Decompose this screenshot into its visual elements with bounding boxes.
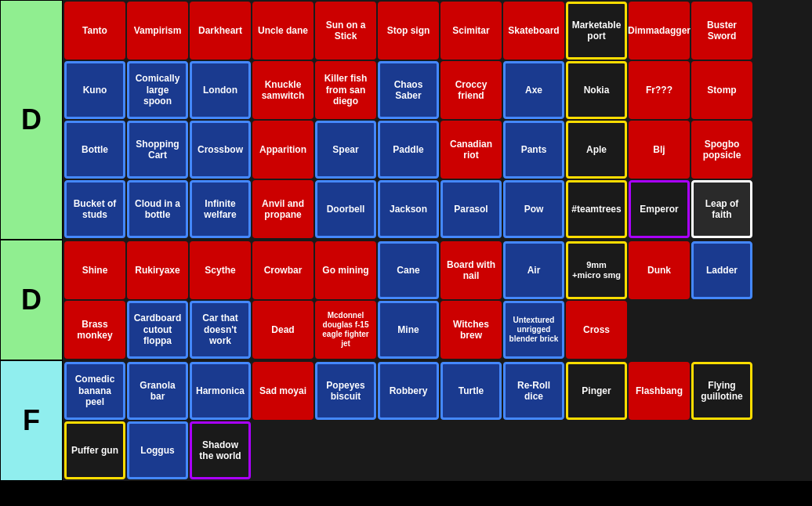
item-emperor[interactable]: Emperor xyxy=(629,180,690,238)
item-shine[interactable]: Shine xyxy=(64,241,125,299)
item-scimitar[interactable]: Scimitar xyxy=(440,2,502,60)
item-board-with-nail[interactable]: Board with nail xyxy=(440,241,502,299)
item-marketable-port[interactable]: Marketable port xyxy=(566,2,627,60)
item-pinger[interactable]: Pinger xyxy=(566,362,627,420)
tier-c-row: D Tanto Vampirism Darkheart Uncle dane S… xyxy=(0,0,812,240)
item-chaos-saber[interactable]: Chaos Saber xyxy=(378,61,439,119)
item-bucket-of-studs[interactable]: Bucket of studs xyxy=(64,180,125,238)
item-loggus[interactable]: Loggus xyxy=(127,421,188,479)
item-leap-of-faith[interactable]: Leap of faith xyxy=(691,180,752,238)
item-axe[interactable]: Axe xyxy=(503,61,564,119)
item-reroll-dice[interactable]: Re-Roll dice xyxy=(503,362,564,420)
item-doorbell[interactable]: Doorbell xyxy=(315,180,376,238)
item-pants[interactable]: Pants xyxy=(503,121,564,179)
item-fr[interactable]: Fr??? xyxy=(629,61,690,119)
item-canadian-riot[interactable]: Canadian riot xyxy=(440,121,502,179)
item-crossbow[interactable]: Crossbow xyxy=(190,121,251,179)
tier-c-label: D xyxy=(0,0,63,240)
tier-f-label: F xyxy=(0,360,63,481)
item-kuno[interactable]: Kuno xyxy=(64,61,125,119)
item-sad-moyai[interactable]: Sad moyai xyxy=(252,362,314,420)
item-crowbar[interactable]: Crowbar xyxy=(252,241,314,299)
item-spogbo-popsicle[interactable]: Spogbo popsicle xyxy=(691,121,752,179)
item-knuckle-samwitch[interactable]: Knuckle samwitch xyxy=(252,61,314,119)
item-jackson[interactable]: Jackson xyxy=(378,180,439,238)
item-london[interactable]: London xyxy=(190,61,251,119)
item-robbery[interactable]: Robbery xyxy=(378,362,439,420)
item-pow[interactable]: Pow xyxy=(503,180,564,238)
item-teamtrees[interactable]: #teamtrees xyxy=(566,180,627,238)
item-dimmadagger[interactable]: Dimmadagger xyxy=(629,2,690,60)
item-bottle[interactable]: Bottle xyxy=(64,121,125,179)
item-sun-on-a-stick[interactable]: Sun on a Stick xyxy=(315,2,376,60)
item-aple[interactable]: Aple xyxy=(566,121,627,179)
item-flying-guillotine[interactable]: Flying guillotine xyxy=(691,362,752,420)
c-row-4: Bucket of studs Cloud in a bottle Infini… xyxy=(64,180,810,238)
item-air[interactable]: Air xyxy=(503,241,564,299)
item-harmonica[interactable]: Harmonica xyxy=(190,362,251,420)
item-car-that-doesnt-work[interactable]: Car that doesn't work xyxy=(190,301,251,359)
item-witches-brew[interactable]: Witches brew xyxy=(440,301,502,359)
item-anvil-and-propane[interactable]: Anvil and propane xyxy=(252,180,314,238)
item-uncle-dane[interactable]: Uncle dane xyxy=(252,2,314,60)
item-granola-bar[interactable]: Granola bar xyxy=(127,362,188,420)
tier-d-label: D xyxy=(0,240,63,360)
item-flashbang[interactable]: Flashbang xyxy=(629,362,690,420)
item-cardboard-cutout-floppa[interactable]: Cardboard cutout floppa xyxy=(127,301,188,359)
item-cloud-in-a-bottle[interactable]: Cloud in a bottle xyxy=(127,180,188,238)
c-row-1: Tanto Vampirism Darkheart Uncle dane Sun… xyxy=(64,2,810,60)
item-stop-sign[interactable]: Stop sign xyxy=(378,2,439,60)
item-popeyes-biscuit[interactable]: Popeyes biscuit xyxy=(315,362,376,420)
item-brass-monkey[interactable]: Brass monkey xyxy=(64,301,125,359)
item-9mm[interactable]: 9mm +micro smg xyxy=(566,241,627,299)
tier-f-row: F Comedic banana peel Granola bar Harmon… xyxy=(0,360,812,481)
item-mcdonnel-douglas[interactable]: Mcdonnel douglas f-15 eagle fighter jet xyxy=(315,301,376,359)
item-infinite-welfare[interactable]: Infinite welfare xyxy=(190,180,251,238)
item-untextured-blender[interactable]: Untextured unrigged blender brick xyxy=(503,301,564,359)
item-dead[interactable]: Dead xyxy=(252,301,314,359)
c-row-2: Kuno Comically large spoon London Knuckl… xyxy=(64,61,810,119)
item-vampirism[interactable]: Vampirism xyxy=(127,2,188,60)
item-shopping-cart[interactable]: Shopping Cart xyxy=(127,121,188,179)
item-ladder[interactable]: Ladder xyxy=(691,241,752,299)
tier-d-row: D Shine Rukiryaxe Scythe Crowbar Go mini… xyxy=(0,240,812,360)
item-scythe[interactable]: Scythe xyxy=(190,241,251,299)
item-blj[interactable]: Blj xyxy=(629,121,690,179)
item-parasol[interactable]: Parasol xyxy=(440,180,502,238)
item-apparition[interactable]: Apparition xyxy=(252,121,314,179)
item-killer-fish[interactable]: Killer fish from san diego xyxy=(315,61,376,119)
item-turtle[interactable]: Turtle xyxy=(440,362,502,420)
item-buster-sword[interactable]: Buster Sword xyxy=(691,2,752,60)
item-puffer-gun[interactable]: Puffer gun xyxy=(64,421,125,479)
f-row-1: Comedic banana peel Granola bar Harmonic… xyxy=(64,362,810,420)
c-row-3: Bottle Shopping Cart Crossbow Apparition… xyxy=(64,121,810,179)
item-nokia[interactable]: Nokia xyxy=(566,61,627,119)
item-mine[interactable]: Mine xyxy=(378,301,439,359)
d-row-1: Shine Rukiryaxe Scythe Crowbar Go mining… xyxy=(64,241,810,299)
item-darkheart[interactable]: Darkheart xyxy=(190,2,251,60)
item-spear[interactable]: Spear xyxy=(315,121,376,179)
item-skateboard[interactable]: Skateboard xyxy=(503,2,564,60)
item-comedic-banana-peel[interactable]: Comedic banana peel xyxy=(64,362,125,420)
f-row-2: Puffer gun Loggus Shadow the world xyxy=(64,421,810,479)
item-comically-large-spoon[interactable]: Comically large spoon xyxy=(127,61,188,119)
item-dunk[interactable]: Dunk xyxy=(629,241,690,299)
item-go-mining[interactable]: Go mining xyxy=(315,241,376,299)
item-paddle[interactable]: Paddle xyxy=(378,121,439,179)
item-cross[interactable]: Cross xyxy=(566,301,627,359)
item-croccy-friend[interactable]: Croccy friend xyxy=(440,61,502,119)
item-cane[interactable]: Cane xyxy=(378,241,439,299)
item-shadow-the-world[interactable]: Shadow the world xyxy=(190,421,251,479)
item-stomp[interactable]: Stomp xyxy=(691,61,752,119)
tier-list: D Tanto Vampirism Darkheart Uncle dane S… xyxy=(0,0,812,481)
item-rukiryaxe[interactable]: Rukiryaxe xyxy=(127,241,188,299)
item-tanto[interactable]: Tanto xyxy=(64,2,125,60)
d-row-2: Brass monkey Cardboard cutout floppa Car… xyxy=(64,301,810,359)
